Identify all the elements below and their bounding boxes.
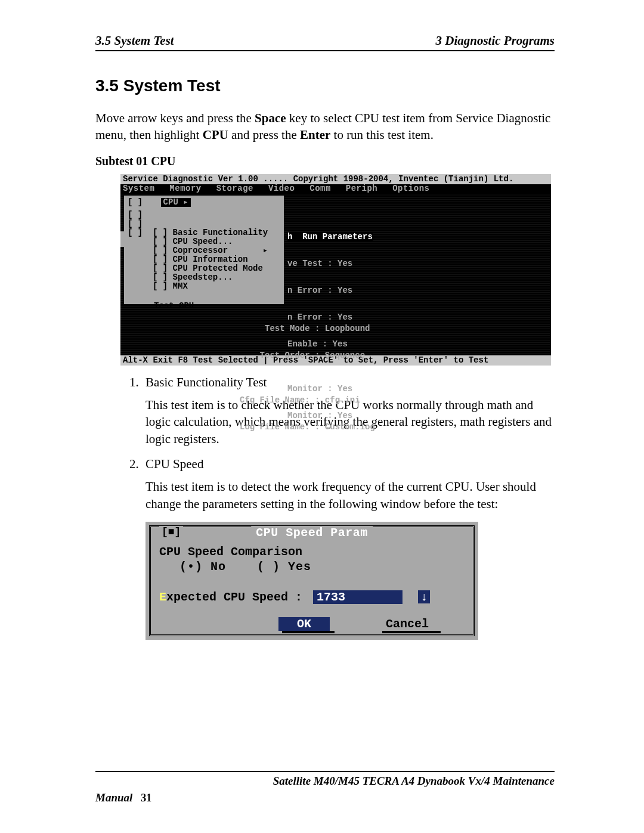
subtest-label: Subtest 01 CPU — [95, 154, 555, 168]
menu-item: Options — [392, 184, 429, 193]
intro-paragraph: Move arrow keys and press the Space key … — [95, 110, 555, 144]
menu-item: Memory — [169, 184, 201, 193]
mode-order-block: Test Mode : Loopbound Test Order : Seque… — [240, 306, 375, 450]
expected-label: xpected CPU Speed : — [166, 590, 302, 604]
menu-item: Storage — [216, 184, 253, 193]
radio-no: (•) No — [179, 560, 226, 574]
diag-menubar: System Memory Storage Video Comm Periph … — [120, 184, 551, 193]
cpu-speed-param-screenshot: [■] CPU Speed Param CPU Speed Comparison… — [145, 522, 478, 640]
ok-button: OK — [278, 617, 330, 631]
comparison-label: CPU Speed Comparison — [159, 545, 465, 559]
running-head-left: 3.5 System Test — [95, 33, 174, 48]
radio-row: (•) No ( ) Yes — [179, 560, 465, 574]
menu-item: Video — [268, 184, 295, 193]
menu-item: Periph — [346, 184, 377, 193]
section-title: 3.5 System Test — [95, 76, 555, 95]
diag-title: Service Diagnostic Ver 1.00 ..... Copyri… — [120, 174, 551, 184]
cancel-button: Cancel — [379, 617, 436, 631]
close-icon: [■] — [159, 526, 183, 538]
menu-item: Comm — [309, 184, 331, 193]
list-item-title: CPU Speed — [145, 457, 203, 471]
running-head-right: 3 Diagnostic Programs — [435, 33, 555, 48]
spinner-down-icon: ↓ — [418, 590, 430, 603]
cpu-submenu-panel: [ ] CPU ▸ [ ] [ ] [ ] [ ] Basic Function… — [124, 196, 284, 304]
dialog-title: CPU Speed Param — [251, 526, 373, 540]
cpu-highlight: CPU ▸ — [161, 198, 191, 207]
running-head: 3.5 System Test 3 Diagnostic Programs — [95, 33, 555, 51]
run-parameters-header: h Run Parameters — [287, 233, 373, 241]
cpu-submenu-list: [ ] [ ] [ ] [ ] Basic Functionality [ ] … — [128, 210, 280, 311]
list-item: CPU Speed This test item is to detect th… — [142, 456, 555, 512]
service-diagnostic-screenshot: Service Diagnostic Ver 1.00 ..... Copyri… — [120, 174, 551, 366]
menu-item: System — [123, 184, 154, 193]
footer-title: Satellite M40/M45 TECRA A4 Dynabook Vx/4… — [95, 771, 555, 788]
radio-yes: ( ) Yes — [257, 560, 311, 574]
expected-speed-value: 1733 — [313, 590, 402, 604]
expected-speed-row: Expected CPU Speed : 1733 ↓ — [159, 590, 465, 604]
footer-page: Manual31 — [95, 791, 151, 804]
list-item-body: This test item is to detect the work fre… — [145, 478, 555, 512]
